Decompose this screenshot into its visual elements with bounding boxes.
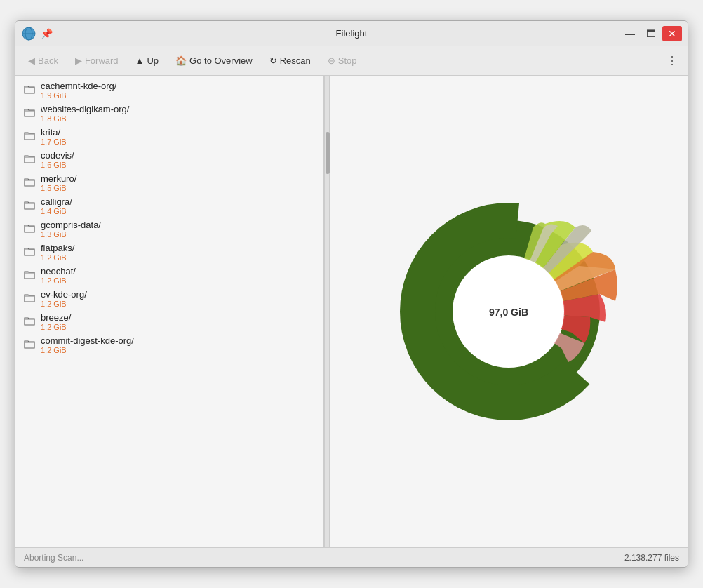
chart-area: 97,0 GiB (330, 76, 688, 547)
maximize-button[interactable]: 🗖 (641, 26, 661, 41)
folder-icon (24, 84, 35, 96)
file-name: cachemnt-kde-org/ (41, 81, 116, 91)
pin-icon[interactable]: 📌 (41, 28, 53, 39)
file-size: 1,4 GiB (41, 207, 72, 215)
home-icon: 🏠 (175, 55, 187, 66)
folder-icon (24, 107, 35, 119)
list-item[interactable]: websites-digikam-org/ 1,8 GiB (15, 102, 323, 125)
file-size: 1,2 GiB (41, 253, 74, 262)
folder-icon (24, 293, 35, 305)
file-name: krita/ (41, 127, 67, 138)
folder-icon (24, 223, 35, 235)
window-title: Filelight (336, 28, 368, 39)
file-name: websites-digikam-org/ (41, 104, 129, 114)
list-item[interactable]: commit-digest-kde-org/ 1,2 GiB (15, 333, 323, 356)
file-size: 1,9 GiB (41, 91, 116, 100)
rescan-button[interactable]: ↻ Rescan (262, 51, 318, 72)
forward-icon: ▶ (75, 55, 82, 66)
statusbar: Aborting Scan... 2.138.277 files (15, 547, 688, 567)
disk-chart: 97,0 GiB (361, 164, 656, 459)
file-size: 1,3 GiB (41, 230, 101, 239)
folder-icon (24, 339, 35, 351)
file-name: flatpaks/ (41, 243, 74, 253)
main-window: 📌 Filelight — 🗖 ✕ ◀ Back ▶ Forward ▲ Up … (15, 20, 688, 568)
close-button[interactable]: ✕ (662, 26, 682, 41)
list-item[interactable]: calligra/ 1,4 GiB (15, 194, 323, 218)
file-name: neochat/ (41, 266, 76, 276)
list-item[interactable]: flatpaks/ 1,2 GiB (15, 241, 323, 264)
stop-icon: ⊖ (328, 55, 335, 66)
folder-icon (24, 200, 35, 212)
file-size: 1,2 GiB (41, 276, 76, 285)
folder-icon (24, 269, 35, 281)
scrollbar[interactable] (324, 76, 330, 547)
menu-button[interactable]: ⋮ (662, 51, 682, 71)
folder-icon (24, 246, 35, 258)
titlebar: 📌 Filelight — 🗖 ✕ (15, 21, 688, 46)
file-name: calligra/ (41, 196, 72, 207)
up-button[interactable]: ▲ Up (128, 51, 166, 72)
up-icon: ▲ (135, 55, 145, 66)
list-item[interactable]: krita/ 1,7 GiB (15, 125, 323, 148)
stop-button[interactable]: ⊖ Stop (321, 51, 364, 72)
list-item[interactable]: breeze/ 1,2 GiB (15, 310, 323, 333)
list-item[interactable]: merkuro/ 1,5 GiB (15, 171, 323, 194)
file-name: gcompris-data/ (41, 220, 101, 230)
file-size: 1,6 GiB (41, 161, 74, 169)
toolbar: ◀ Back ▶ Forward ▲ Up 🏠 Go to Overview ↻… (15, 46, 688, 76)
forward-button[interactable]: ▶ Forward (68, 51, 126, 72)
file-count: 2.138.277 files (624, 553, 679, 563)
main-content: cachemnt-kde-org/ 1,9 GiB websites-digik… (15, 76, 688, 547)
file-size: 1,7 GiB (41, 138, 67, 146)
list-item[interactable]: neochat/ 1,2 GiB (15, 264, 323, 287)
rescan-icon: ↻ (269, 55, 277, 66)
list-item[interactable]: cachemnt-kde-org/ 1,9 GiB (15, 79, 323, 102)
file-size: 1,8 GiB (41, 114, 129, 123)
file-list[interactable]: cachemnt-kde-org/ 1,9 GiB websites-digik… (15, 76, 324, 547)
folder-icon (24, 316, 35, 328)
file-name: commit-digest-kde-org/ (41, 335, 134, 346)
minimize-button[interactable]: — (620, 26, 640, 41)
file-name: ev-kde-org/ (41, 289, 87, 300)
titlebar-controls: — 🗖 ✕ (620, 26, 682, 41)
file-name: merkuro/ (41, 173, 76, 184)
file-size: 1,2 GiB (41, 300, 87, 308)
back-button[interactable]: ◀ Back (21, 51, 65, 72)
list-item[interactable]: ev-kde-org/ 1,2 GiB (15, 287, 323, 310)
scanning-status: Aborting Scan... (24, 553, 83, 563)
folder-icon (24, 154, 35, 166)
back-icon: ◀ (28, 55, 35, 66)
list-item[interactable]: codevis/ 1,6 GiB (15, 148, 323, 171)
file-size: 1,5 GiB (41, 184, 76, 192)
list-item[interactable]: gcompris-data/ 1,3 GiB (15, 218, 323, 241)
file-name: codevis/ (41, 150, 74, 161)
app-icon (21, 26, 36, 41)
file-size: 1,2 GiB (41, 323, 71, 331)
overview-button[interactable]: 🏠 Go to Overview (168, 51, 260, 72)
file-size: 1,2 GiB (41, 346, 134, 354)
folder-icon (24, 177, 35, 189)
titlebar-left: 📌 (21, 26, 53, 41)
file-name: breeze/ (41, 312, 71, 323)
svg-text:97,0 GiB: 97,0 GiB (489, 307, 528, 318)
folder-icon (24, 131, 35, 142)
